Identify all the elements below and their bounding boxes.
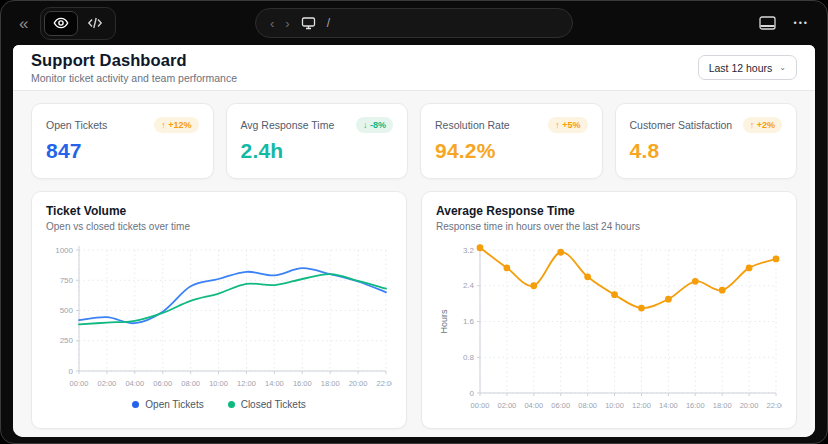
time-range-value: Last 12 hours (709, 62, 773, 74)
collapse-sidebar-button[interactable]: « (19, 15, 28, 32)
code-mode-button[interactable] (78, 11, 112, 36)
browser-chrome: « (1, 1, 827, 45)
app-window: « (0, 0, 828, 444)
svg-text:0.8: 0.8 (463, 353, 475, 362)
legend-item: Closed Tickets (228, 399, 306, 410)
monitor-icon (301, 16, 316, 30)
svg-text:08:00: 08:00 (181, 379, 200, 388)
legend-label: Open Tickets (145, 399, 203, 410)
more-menu-button[interactable]: ••• (794, 18, 809, 28)
svg-text:00:00: 00:00 (471, 401, 490, 410)
kpi-trend-badge: ↑ +2% (743, 117, 782, 133)
charts-row: Ticket Volume Open vs closed tickets ove… (31, 191, 797, 429)
kpi-value: 2.4h (241, 139, 394, 163)
page-body: Open Tickets ↑ +12% 847 Avg Response Tim… (13, 91, 815, 437)
svg-text:22:00: 22:00 (377, 379, 392, 388)
url-path: / (327, 16, 330, 30)
svg-text:250: 250 (60, 336, 74, 345)
browser-panel-icon (759, 16, 776, 30)
legend-item: Open Tickets (132, 399, 203, 410)
kpi-trend-badge: ↑ +5% (548, 117, 587, 133)
svg-text:Hours: Hours (439, 309, 449, 334)
ellipsis-icon: ••• (794, 18, 809, 28)
page-header: Support Dashboard Monitor ticket activit… (13, 45, 815, 91)
svg-text:12:00: 12:00 (632, 401, 651, 410)
svg-text:08:00: 08:00 (578, 401, 597, 410)
time-range-select[interactable]: Last 12 hours ⌄ (698, 55, 797, 80)
svg-text:02:00: 02:00 (98, 379, 117, 388)
preview-mode-button[interactable] (44, 11, 78, 36)
svg-text:02:00: 02:00 (498, 401, 517, 410)
chevron-down-icon: ⌄ (779, 63, 786, 72)
svg-text:04:00: 04:00 (125, 379, 144, 388)
svg-text:04:00: 04:00 (524, 401, 543, 410)
svg-text:16:00: 16:00 (686, 401, 705, 410)
view-mode-toggle (40, 7, 116, 40)
kpi-trend-badge: ↑ +12% (154, 117, 198, 133)
svg-text:06:00: 06:00 (153, 379, 172, 388)
svg-text:06:00: 06:00 (551, 401, 570, 410)
response-time-card: Average Response Time Response time in h… (421, 191, 797, 429)
forward-button[interactable]: › (285, 17, 289, 30)
chrome-right-cluster: ••• (759, 16, 809, 30)
svg-text:18:00: 18:00 (713, 401, 732, 410)
kpi-value: 4.8 (630, 139, 783, 163)
legend-dot (132, 401, 139, 408)
page-subtitle: Monitor ticket activity and team perform… (31, 72, 237, 84)
svg-text:16:00: 16:00 (293, 379, 312, 388)
svg-text:00:00: 00:00 (70, 379, 89, 388)
ticket-volume-card: Ticket Volume Open vs closed tickets ove… (31, 191, 407, 429)
ticket-volume-chart: 0250500750100000:0002:0004:0006:0008:001… (46, 242, 392, 394)
kpi-label: Open Tickets (46, 119, 107, 131)
svg-text:750: 750 (60, 276, 74, 285)
kpi-value: 847 (46, 139, 199, 163)
eye-icon (53, 15, 69, 31)
kpi-card: Avg Response Time ↓ -8% 2.4h (226, 103, 409, 179)
legend-label: Closed Tickets (241, 399, 306, 410)
svg-text:1.6: 1.6 (463, 317, 475, 326)
kpi-trend-badge: ↓ -8% (356, 117, 393, 133)
svg-text:12:00: 12:00 (237, 379, 256, 388)
kpi-card: Resolution Rate ↑ +5% 94.2% (420, 103, 603, 179)
svg-text:10:00: 10:00 (209, 379, 228, 388)
toggle-panel-button[interactable] (759, 16, 776, 30)
svg-text:1000: 1000 (55, 246, 73, 255)
chart-subtitle: Response time in hours over the last 24 … (436, 221, 782, 232)
page-heading-block: Support Dashboard Monitor ticket activit… (31, 51, 237, 84)
url-bar[interactable]: ‹ › / (255, 8, 573, 38)
kpi-label: Customer Satisfaction (630, 119, 733, 131)
kpi-label: Resolution Rate (435, 119, 510, 131)
svg-text:20:00: 20:00 (740, 401, 759, 410)
svg-text:22:00: 22:00 (767, 401, 782, 410)
kpi-card: Customer Satisfaction ↑ +2% 4.8 (615, 103, 798, 179)
kpi-card: Open Tickets ↑ +12% 847 (31, 103, 214, 179)
svg-text:3.2: 3.2 (463, 246, 475, 255)
legend-dot (228, 401, 235, 408)
back-button[interactable]: ‹ (270, 17, 274, 30)
svg-text:0: 0 (470, 389, 475, 398)
svg-text:500: 500 (60, 306, 74, 315)
chart-legend: Open TicketsClosed Tickets (46, 399, 392, 410)
kpi-grid: Open Tickets ↑ +12% 847 Avg Response Tim… (31, 103, 797, 179)
response-time-chart: 00.81.62.43.200:0002:0004:0006:0008:0010… (436, 242, 782, 416)
svg-text:10:00: 10:00 (605, 401, 624, 410)
svg-text:14:00: 14:00 (659, 401, 678, 410)
svg-text:0: 0 (69, 367, 74, 376)
chart-title: Average Response Time (436, 204, 782, 218)
kpi-label: Avg Response Time (241, 119, 335, 131)
chart-title: Ticket Volume (46, 204, 392, 218)
svg-text:14:00: 14:00 (265, 379, 284, 388)
page-title: Support Dashboard (31, 51, 237, 70)
svg-text:2.4: 2.4 (463, 281, 475, 290)
code-icon (87, 15, 103, 31)
chrome-left-cluster: « (19, 7, 116, 40)
kpi-value: 94.2% (435, 139, 588, 163)
svg-text:18:00: 18:00 (321, 379, 340, 388)
dashboard-page: Support Dashboard Monitor ticket activit… (13, 45, 815, 437)
chart-subtitle: Open vs closed tickets over time (46, 221, 392, 232)
svg-text:20:00: 20:00 (349, 379, 368, 388)
